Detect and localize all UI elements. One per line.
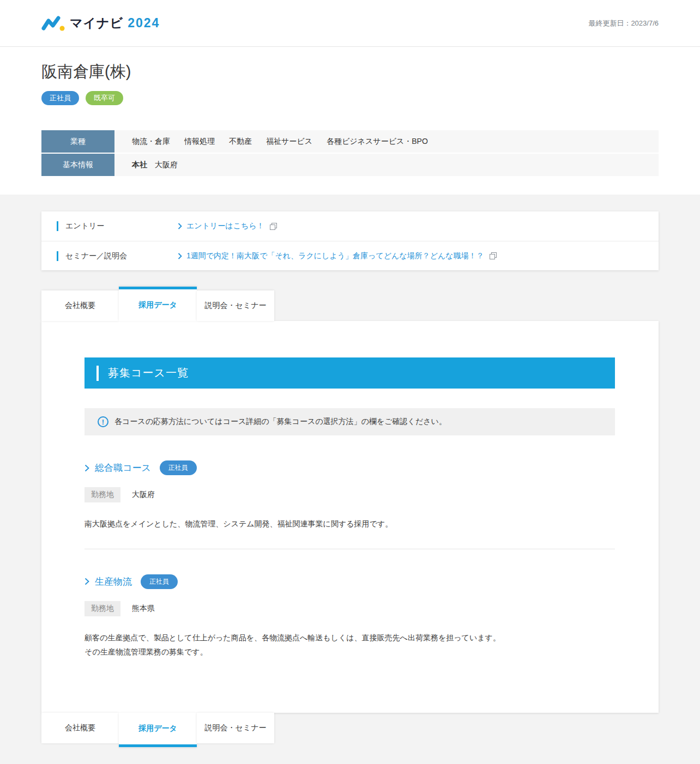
tab-seminar[interactable]: 説明会・セミナー bbox=[197, 290, 274, 321]
seminar-row: セミナー／説明会 1週間で内定！南大阪で「それ、ラクにしよう」倉庫ってどんな場所… bbox=[41, 241, 659, 270]
course-description-line: その生産物流管理業務の募集です。 bbox=[85, 645, 615, 659]
notice-text: 各コースの応募方法についてはコース詳細の「募集コースの選択方法」の欄をご確認くだ… bbox=[114, 417, 446, 427]
site-header: マイナビ 2024 最終更新日：2023/7/6 bbox=[0, 0, 700, 47]
course-heading: 生産物流 正社員 bbox=[85, 574, 615, 589]
course-item-production-logistics: 生産物流 正社員 勤務地 熊本県 顧客の生産拠点で、製品として仕上がった商品を、… bbox=[85, 574, 615, 659]
chevron-right-icon bbox=[178, 253, 182, 259]
mynavi-logo[interactable]: マイナビ 2024 bbox=[41, 15, 160, 32]
tab-company-overview-bottom[interactable]: 会社概要 bbox=[41, 713, 119, 743]
course-description-line: 顧客の生産拠点で、製品として仕上がった商品を、各物流拠点へ輸送もしくは、直接販売… bbox=[85, 631, 615, 645]
chevron-right-icon bbox=[85, 464, 89, 472]
course-badge-fulltime: 正社員 bbox=[160, 460, 197, 475]
course-list-title: 募集コース一覧 bbox=[108, 366, 189, 380]
course-item-general: 総合職コース 正社員 勤務地 大阪府 南大阪拠点をメインとした、物流管理、システ… bbox=[85, 460, 615, 549]
headquarters-value: 大阪府 bbox=[155, 160, 178, 170]
main-content-area: エントリー エントリーはこちら！ セミナー／説明会 1週 bbox=[0, 195, 700, 764]
notice-box: ! 各コースの応募方法についてはコース詳細の「募集コースの選択方法」の欄をご確認… bbox=[85, 408, 615, 435]
entry-label: エントリー bbox=[57, 221, 178, 231]
tab-recruit-data[interactable]: 採用データ bbox=[119, 287, 197, 321]
logo-brand-text: マイナビ bbox=[70, 15, 123, 32]
external-link-icon bbox=[490, 252, 497, 259]
location-value: 熊本県 bbox=[132, 604, 155, 614]
seminar-link[interactable]: 1週間で内定！南大阪で「それ、ラクにしよう」倉庫ってどんな場所？どんな職場！？ bbox=[178, 251, 497, 261]
seminar-label-text: セミナー／説明会 bbox=[65, 251, 127, 261]
course-description-line: 南大阪拠点をメインとした、物流管理、システム開発、福祉関連事業に関する採用です。 bbox=[85, 517, 615, 531]
recruit-data-panel: 募集コース一覧 ! 各コースの応募方法についてはコース詳細の「募集コースの選択方… bbox=[41, 321, 659, 713]
course-title: 生産物流 bbox=[95, 575, 132, 588]
industry-item: 物流・倉庫 bbox=[132, 137, 170, 147]
industry-value-cell: 物流・倉庫 情報処理 不動産 福祉サービス 各種ビジネスサービス・BPO bbox=[114, 130, 659, 153]
course-location-row: 勤務地 大阪府 bbox=[85, 487, 615, 502]
course-description: 南大阪拠点をメインとした、物流管理、システム開発、福祉関連事業に関する採用です。 bbox=[85, 517, 615, 531]
company-info-table: 業種 物流・倉庫 情報処理 不動産 福祉サービス 各種ビジネスサービス・BPO … bbox=[41, 130, 659, 176]
industry-header-cell: 業種 bbox=[41, 130, 114, 153]
location-label: 勤務地 bbox=[85, 487, 120, 502]
entry-row: エントリー エントリーはこちら！ bbox=[41, 211, 659, 241]
chevron-right-icon bbox=[178, 223, 182, 229]
banner-accent-bar bbox=[96, 366, 99, 381]
badge-fulltime: 正社員 bbox=[41, 91, 79, 105]
headquarters-label: 本社 bbox=[132, 160, 147, 170]
tab-seminar-bottom[interactable]: 説明会・セミナー bbox=[197, 713, 274, 743]
external-link-icon bbox=[270, 223, 277, 230]
company-badges: 正社員 既卒可 bbox=[41, 91, 659, 105]
course-title: 総合職コース bbox=[95, 462, 151, 474]
industry-item: 福祉サービス bbox=[266, 137, 312, 147]
basic-info-header-cell: 基本情報 bbox=[41, 154, 114, 176]
tab-company-overview[interactable]: 会社概要 bbox=[41, 290, 119, 321]
mynavi-wave-icon bbox=[41, 15, 65, 32]
footer-spacer bbox=[0, 747, 700, 764]
tab-bar-bottom: 会社概要 採用データ 説明会・セミナー bbox=[41, 713, 659, 747]
last-updated-date: 最終更新日：2023/7/6 bbox=[588, 19, 659, 28]
course-heading: 総合職コース 正社員 bbox=[85, 460, 615, 475]
location-label: 勤務地 bbox=[85, 601, 120, 616]
tab-recruit-data-bottom[interactable]: 採用データ bbox=[119, 713, 197, 747]
table-row-industry: 業種 物流・倉庫 情報処理 不動産 福祉サービス 各種ビジネスサービス・BPO bbox=[41, 130, 659, 153]
entry-here-link[interactable]: エントリーはこちら！ bbox=[178, 221, 277, 231]
course-location-row: 勤務地 熊本県 bbox=[85, 601, 615, 616]
badge-graduates-ok: 既卒可 bbox=[86, 91, 123, 105]
label-accent-bar bbox=[57, 221, 58, 231]
tab-bar-top: 会社概要 採用データ 説明会・セミナー bbox=[41, 287, 659, 321]
industry-item: 不動産 bbox=[229, 137, 252, 147]
seminar-link-text: 1週間で内定！南大阪で「それ、ラクにしよう」倉庫ってどんな場所？どんな職場！？ bbox=[186, 251, 484, 261]
course-badge-fulltime: 正社員 bbox=[141, 574, 178, 589]
seminar-label: セミナー／説明会 bbox=[57, 251, 178, 261]
industry-item: 各種ビジネスサービス・BPO bbox=[327, 137, 428, 147]
entry-card: エントリー エントリーはこちら！ セミナー／説明会 1週 bbox=[41, 211, 659, 270]
label-accent-bar bbox=[57, 251, 58, 261]
logo-year-text: 2024 bbox=[128, 16, 160, 31]
course-general-link[interactable]: 総合職コース bbox=[85, 462, 151, 474]
course-list-banner: 募集コース一覧 bbox=[85, 357, 615, 389]
company-name: 阪南倉庫(株) bbox=[41, 61, 659, 83]
entry-link-text: エントリーはこちら！ bbox=[186, 221, 264, 231]
course-separator bbox=[85, 549, 615, 549]
industry-item: 情報処理 bbox=[184, 137, 215, 147]
course-description: 顧客の生産拠点で、製品として仕上がった商品を、各物流拠点へ輸送もしくは、直接販売… bbox=[85, 631, 615, 659]
company-hero: 阪南倉庫(株) 正社員 既卒可 業種 物流・倉庫 情報処理 不動産 福祉サービス… bbox=[0, 47, 700, 195]
table-row-basic-info: 基本情報 本社 大阪府 bbox=[41, 154, 659, 176]
location-value: 大阪府 bbox=[132, 490, 155, 500]
basic-info-value-cell: 本社 大阪府 bbox=[114, 154, 659, 176]
chevron-right-icon bbox=[85, 578, 89, 585]
entry-label-text: エントリー bbox=[65, 221, 104, 231]
info-icon: ! bbox=[98, 416, 108, 427]
course-production-link[interactable]: 生産物流 bbox=[85, 575, 132, 588]
